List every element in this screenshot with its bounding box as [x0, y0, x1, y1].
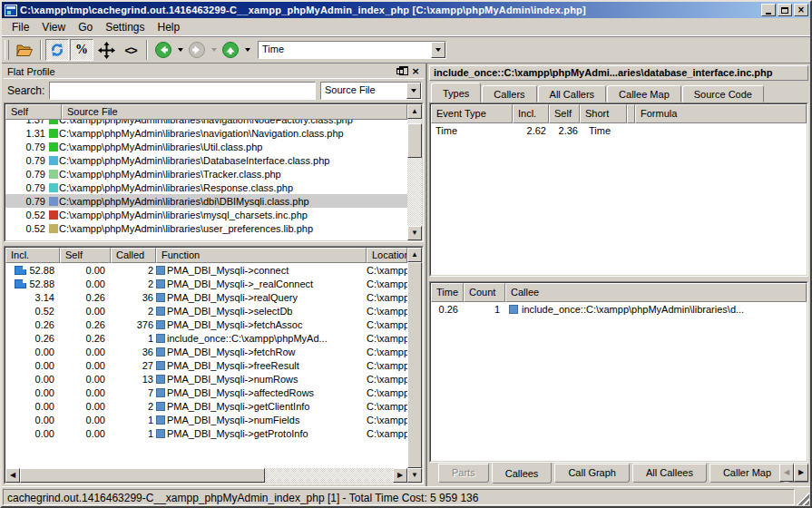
- cycle-detection-button[interactable]: <>: [119, 39, 142, 61]
- tab-source-code[interactable]: Source Code: [682, 85, 764, 103]
- column-header[interactable]: Called: [111, 248, 156, 263]
- column-header[interactable]: Short: [580, 104, 627, 123]
- menu-go[interactable]: Go: [72, 19, 99, 35]
- tab-call-graph[interactable]: Call Graph: [554, 464, 630, 483]
- maximize-button[interactable]: [778, 4, 792, 16]
- table-row[interactable]: 0.000.007PMA_DBI_Mysqli->affectedRowsC:\…: [5, 386, 407, 399]
- tab-callee-map[interactable]: Callee Map: [607, 85, 681, 103]
- table-row[interactable]: Time 2.62 2.36 Time: [431, 123, 807, 138]
- close-button[interactable]: ×: [794, 4, 808, 16]
- table-row[interactable]: 0.000.001PMA_DBI_Mysqli->numFieldsC:\xam…: [5, 413, 407, 426]
- menu-settings[interactable]: Settings: [99, 19, 151, 35]
- dock-float-button[interactable]: [394, 66, 406, 77]
- table-row[interactable]: 1.37C:\xampp\phpMyAdmin\libraries\naviga…: [5, 120, 407, 126]
- scroll-down-button[interactable]: ▼: [407, 468, 422, 483]
- forward-button[interactable]: [185, 39, 209, 61]
- menu-help[interactable]: Help: [152, 19, 187, 35]
- table-row[interactable]: 0.000.0013PMA_DBI_Mysqli->numRowsC:\xamp…: [5, 372, 407, 386]
- table-row[interactable]: 0.520.002PMA_DBI_Mysqli->selectDbC:\xamp…: [5, 304, 407, 318]
- table-row[interactable]: 52.880.002PMA_DBI_Mysqli->_realConnectC:…: [5, 277, 407, 290]
- table-row[interactable]: 0.000.0036PMA_DBI_Mysqli->fetchRowC:\xam…: [5, 345, 407, 358]
- scrollbar-thumb[interactable]: [20, 468, 265, 483]
- back-dropdown[interactable]: [176, 39, 184, 61]
- incl-cell: 0.52: [5, 306, 60, 317]
- table-row[interactable]: 0.52C:\xampp\phpMyAdmin\libraries\mysql_…: [5, 208, 407, 221]
- table-row[interactable]: 0.000.0027PMA_DBI_Mysqli->freeResultC:\x…: [5, 358, 407, 372]
- table-row[interactable]: 0.79C:\xampp\phpMyAdmin\libraries\Databa…: [5, 153, 407, 167]
- menu-view[interactable]: View: [35, 19, 72, 35]
- called-cell: 1: [111, 415, 156, 425]
- expand-areas-button[interactable]: [94, 39, 118, 61]
- source-vertical-scrollbar[interactable]: ▲ ▼: [407, 104, 422, 240]
- menu-file[interactable]: File: [5, 19, 35, 35]
- relative-percent-button[interactable]: %: [70, 39, 93, 61]
- toolbar-handle[interactable]: [5, 40, 9, 60]
- tab-all-callees[interactable]: All Callees: [632, 464, 707, 483]
- search-input[interactable]: [49, 82, 316, 100]
- column-header[interactable]: Source File: [62, 104, 407, 120]
- scroll-left-button[interactable]: ◀: [5, 468, 20, 483]
- column-header[interactable]: Callee: [505, 283, 807, 302]
- scrollbar-track[interactable]: [265, 468, 393, 483]
- table-row[interactable]: 0.000.001PMA_DBI_Mysqli->getProtoInfoC:\…: [5, 426, 407, 440]
- title-bar[interactable]: C:\xampp\tmp\cachegrind.out.1416463299-C…: [2, 2, 810, 18]
- table-row[interactable]: 1.31C:\xampp\phpMyAdmin\libraries\naviga…: [5, 126, 407, 140]
- forward-dropdown[interactable]: [210, 39, 218, 61]
- column-header[interactable]: Self: [60, 248, 111, 263]
- table-row[interactable]: 0.52C:\xampp\phpMyAdmin\libraries\user_p…: [5, 221, 407, 235]
- back-button[interactable]: [152, 39, 175, 61]
- open-file-button[interactable]: [13, 39, 36, 61]
- reload-icon: [49, 42, 65, 58]
- scrollbar-track[interactable]: [407, 158, 422, 226]
- scroll-up-button[interactable]: ▲: [407, 104, 422, 119]
- tab-scroll-right-button[interactable]: ▶: [794, 464, 808, 482]
- table-row[interactable]: 0.79C:\xampp\phpMyAdmin\libraries\dbi\DB…: [5, 194, 407, 208]
- scroll-up-button[interactable]: ▲: [407, 248, 422, 262]
- tab-scroll-left-button[interactable]: ◀: [779, 464, 794, 482]
- cost-color-icon: [49, 156, 58, 165]
- scroll-down-button[interactable]: ▼: [407, 226, 422, 240]
- table-row[interactable]: 0.260.261include_once::C:\xampp\phpMyAd.…: [5, 331, 407, 345]
- table-row[interactable]: 0.000.002PMA_DBI_Mysqli->getClientInfoC:…: [5, 399, 407, 413]
- reload-button[interactable]: [45, 39, 69, 61]
- scroll-right-button[interactable]: ▶: [393, 468, 407, 483]
- dock-close-button[interactable]: ×: [409, 66, 422, 77]
- combo-dropdown-button[interactable]: [406, 83, 421, 99]
- function-horizontal-scrollbar[interactable]: ◀ ▶: [5, 468, 407, 483]
- up-button[interactable]: [219, 39, 242, 61]
- tab-types[interactable]: Types: [431, 83, 481, 103]
- tab-caller-map[interactable]: Caller Map: [709, 464, 785, 483]
- table-row[interactable]: 0.26 1 include_once::C:\xampp\phpMyAdmin…: [431, 302, 807, 317]
- function-vertical-scrollbar[interactable]: ▲ ▼: [407, 248, 422, 483]
- called-cell: 7: [111, 387, 156, 398]
- scrollbar-thumb[interactable]: [407, 262, 422, 468]
- event-type-combo[interactable]: Time: [258, 41, 446, 59]
- tab-callers[interactable]: Callers: [482, 85, 536, 103]
- column-header[interactable]: Incl.: [5, 248, 60, 263]
- scrollbar-thumb[interactable]: [407, 123, 422, 158]
- table-row[interactable]: 0.79C:\xampp\phpMyAdmin\libraries\Respon…: [5, 181, 407, 194]
- resize-grip[interactable]: [797, 493, 809, 505]
- table-row[interactable]: 0.79C:\xampp\phpMyAdmin\libraries\Util.c…: [5, 140, 407, 153]
- grouping-combo[interactable]: Source File: [320, 82, 422, 100]
- column-header[interactable]: Time: [431, 283, 464, 302]
- column-header[interactable]: Event Type: [431, 104, 513, 123]
- dock-title-bar[interactable]: Flat Profile ×: [4, 64, 424, 79]
- column-header[interactable]: Formula: [635, 104, 807, 123]
- column-header[interactable]: Function: [156, 248, 367, 263]
- minimize-button[interactable]: [761, 4, 776, 16]
- column-header[interactable]: Count: [464, 283, 505, 302]
- up-dropdown[interactable]: [243, 39, 251, 61]
- table-row[interactable]: 0.79C:\xampp\phpMyAdmin\libraries\Tracke…: [5, 167, 407, 181]
- column-header[interactable]: Location: [367, 248, 407, 263]
- column-header[interactable]: Self: [5, 104, 62, 120]
- tab-callees[interactable]: Callees: [492, 463, 553, 484]
- combo-dropdown-button[interactable]: [431, 42, 445, 58]
- table-row[interactable]: 0.260.26376PMA_DBI_Mysqli->fetchAssocC:\…: [5, 318, 407, 331]
- table-row[interactable]: 52.880.002PMA_DBI_Mysqli->connectC:\xamp…: [5, 263, 407, 277]
- column-header[interactable]: Incl.: [513, 104, 549, 123]
- column-header[interactable]: Self: [549, 104, 580, 123]
- app-icon[interactable]: [5, 5, 17, 16]
- table-row[interactable]: 3.140.2636PMA_DBI_Mysqli->realQueryC:\xa…: [5, 290, 407, 304]
- tab-all-callers[interactable]: All Callers: [538, 85, 607, 103]
